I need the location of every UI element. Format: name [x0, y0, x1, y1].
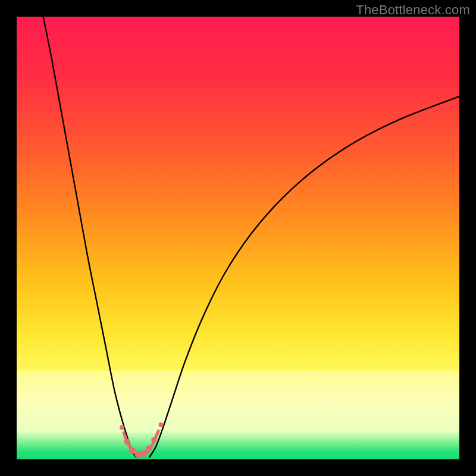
marker-dot — [159, 422, 164, 427]
marker-dot — [120, 425, 124, 430]
watermark-text: TheBottleneck.com — [356, 2, 470, 18]
plot-area — [17, 17, 459, 459]
curve-right-branch — [149, 96, 459, 457]
marker-dot — [146, 445, 152, 451]
marker-dot — [129, 447, 136, 454]
marker-dot — [140, 450, 147, 457]
marker-dot — [124, 439, 130, 444]
marker-dot — [151, 437, 156, 443]
marker-dot — [134, 451, 141, 458]
curve-left-branch — [43, 17, 136, 457]
marker-dots — [120, 422, 163, 458]
chart-stage: TheBottleneck.com — [0, 0, 476, 476]
curve-layer — [17, 17, 459, 459]
